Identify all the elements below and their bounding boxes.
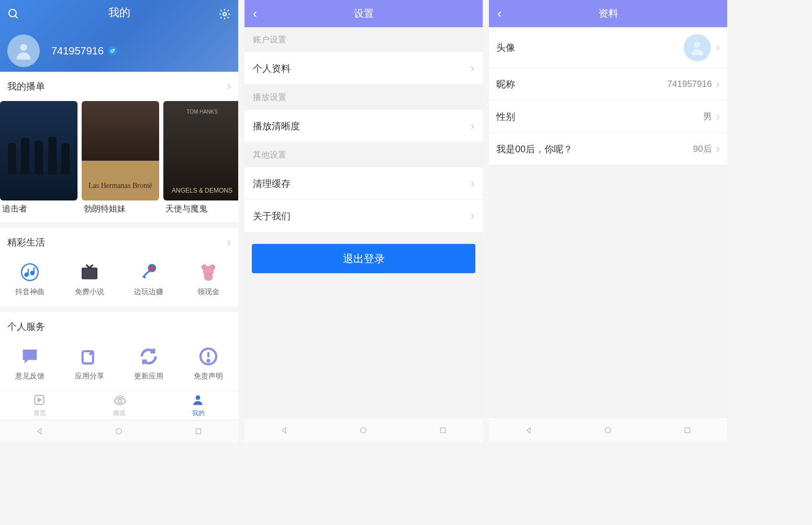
- movie-title: 天使与魔鬼: [163, 200, 238, 218]
- wonderful-novel[interactable]: 免费小说: [60, 260, 119, 297]
- bear-icon: [196, 260, 220, 284]
- screen-profile: 我的 741957916 我的播单 ›: [0, 0, 238, 442]
- share-icon: [77, 344, 102, 368]
- svg-point-26: [207, 360, 209, 361]
- play-icon: [32, 393, 47, 408]
- nav-back-icon[interactable]: [279, 425, 290, 435]
- refresh-icon: [137, 344, 161, 368]
- nav-recent-icon[interactable]: [438, 425, 448, 435]
- tab-channel[interactable]: 频道: [80, 391, 159, 420]
- tab-home[interactable]: 首页: [0, 391, 80, 420]
- header: 我的 741957916: [0, 0, 238, 72]
- nav-home-icon[interactable]: [603, 425, 613, 435]
- tab-mine[interactable]: 我的: [159, 391, 238, 420]
- chevron-right-icon: ›: [716, 77, 720, 91]
- chevron-right-icon: ›: [716, 41, 720, 54]
- avatar: [7, 35, 40, 67]
- svg-point-8: [21, 264, 38, 281]
- avatar-thumbnail: [684, 34, 711, 61]
- android-nav: [489, 417, 727, 442]
- svg-point-22: [204, 274, 213, 281]
- page-title: 设置: [244, 7, 483, 20]
- movie-poster: [0, 101, 77, 200]
- movie-title: 追击者: [0, 200, 77, 218]
- movie-item[interactable]: TOM HANKS ANGELS & DEMONS 天使与魔鬼: [163, 101, 238, 218]
- back-button[interactable]: ‹: [244, 6, 265, 21]
- services-section: 个人服务 意见反馈 应用分享 更新应用 免责声明: [0, 312, 238, 390]
- gender-value: 男: [703, 110, 712, 122]
- screen-settings: ‹ 设置 账户设置 个人资料 › 播放设置 播放清晰度 › 其他设置 清理缓存 …: [244, 0, 483, 442]
- page-title: 我的: [0, 5, 238, 20]
- nav-home-icon[interactable]: [114, 426, 124, 437]
- chevron-right-icon: ›: [227, 236, 231, 249]
- nav-recent-icon[interactable]: [682, 425, 693, 435]
- service-update[interactable]: 更新应用: [119, 344, 179, 381]
- movie-item[interactable]: 追击者: [0, 101, 77, 218]
- header: ‹ 设置: [244, 0, 483, 27]
- row-quality[interactable]: 播放清晰度 ›: [244, 110, 483, 142]
- android-nav: [0, 420, 238, 442]
- nav-back-icon[interactable]: [35, 426, 45, 437]
- wonderful-header[interactable]: 精彩生活 ›: [0, 228, 238, 257]
- svg-point-3: [20, 44, 27, 51]
- chevron-right-icon: ›: [471, 62, 474, 75]
- wonderful-section: 精彩生活 › 抖音神曲 免费小说 边玩边赚 领现金: [0, 228, 238, 306]
- group-playback: 播放设置: [244, 85, 483, 110]
- gender-badge-icon: [108, 46, 117, 55]
- svg-line-31: [122, 396, 123, 397]
- user-id: 741957916: [51, 45, 117, 57]
- svg-point-37: [694, 41, 700, 47]
- chevron-right-icon: ›: [471, 209, 474, 223]
- svg-point-16: [149, 265, 155, 272]
- user-info[interactable]: 741957916: [0, 25, 238, 67]
- row-about[interactable]: 关于我们 ›: [244, 200, 483, 232]
- svg-rect-39: [685, 428, 689, 432]
- chevron-right-icon: ›: [716, 110, 720, 124]
- movie-title: 勃朗特姐妹: [82, 200, 159, 218]
- svg-point-32: [196, 395, 201, 400]
- svg-line-18: [144, 276, 146, 278]
- nav-back-icon[interactable]: [524, 425, 534, 435]
- service-disclaimer[interactable]: 免责声明: [179, 344, 238, 381]
- chevron-right-icon: ›: [471, 177, 474, 191]
- svg-line-29: [116, 396, 117, 397]
- logout-button[interactable]: 退出登录: [252, 244, 475, 273]
- group-account: 账户设置: [244, 27, 483, 52]
- row-avatar[interactable]: 头像 ›: [489, 27, 727, 68]
- nav-recent-icon[interactable]: [193, 426, 204, 437]
- row-generation[interactable]: 我是00后，你呢？ 90后 ›: [489, 133, 727, 165]
- wonderful-music[interactable]: 抖音神曲: [0, 260, 60, 297]
- group-other: 其他设置: [244, 142, 483, 167]
- android-nav: [244, 417, 483, 442]
- wonderful-cash[interactable]: 领现金: [179, 260, 238, 297]
- svg-point-35: [361, 427, 366, 433]
- tab-bar: 首页 频道 我的: [0, 390, 238, 420]
- nav-home-icon[interactable]: [358, 425, 369, 435]
- svg-rect-34: [196, 429, 201, 434]
- svg-line-15: [90, 265, 93, 268]
- chat-icon: [18, 344, 42, 368]
- row-nickname[interactable]: 昵称 741957916 ›: [489, 68, 727, 100]
- service-share[interactable]: 应用分享: [60, 344, 119, 381]
- music-icon: [18, 260, 42, 284]
- nickname-value: 741957916: [668, 79, 712, 90]
- row-profile[interactable]: 个人资料 ›: [244, 52, 483, 85]
- microphone-icon: [137, 260, 161, 284]
- back-button[interactable]: ‹: [489, 6, 510, 21]
- generation-value: 90后: [693, 143, 712, 155]
- row-gender[interactable]: 性别 男 ›: [489, 100, 727, 133]
- tv-icon: [77, 260, 102, 284]
- svg-rect-36: [440, 428, 445, 432]
- eye-icon: [112, 393, 127, 408]
- movie-item[interactable]: Las Hermanas Brontë 勃朗特姐妹: [82, 101, 159, 218]
- svg-rect-13: [82, 268, 97, 279]
- row-cache[interactable]: 清理缓存 ›: [244, 167, 483, 200]
- screen-profile-detail: ‹ 资料 头像 › 昵称 741957916 › 性别 男 › 我是0: [489, 0, 727, 442]
- service-feedback[interactable]: 意见反馈: [0, 344, 60, 381]
- wonderful-play-earn[interactable]: 边玩边赚: [119, 260, 179, 297]
- info-icon: [196, 344, 220, 368]
- services-header: 个人服务: [0, 312, 238, 341]
- playlist-header[interactable]: 我的播单 ›: [0, 72, 238, 101]
- movie-poster: TOM HANKS ANGELS & DEMONS: [163, 101, 238, 200]
- playlist-section: 我的播单 › 追击者 Las Hermanas Brontë 勃朗特姐妹 TOM…: [0, 72, 238, 222]
